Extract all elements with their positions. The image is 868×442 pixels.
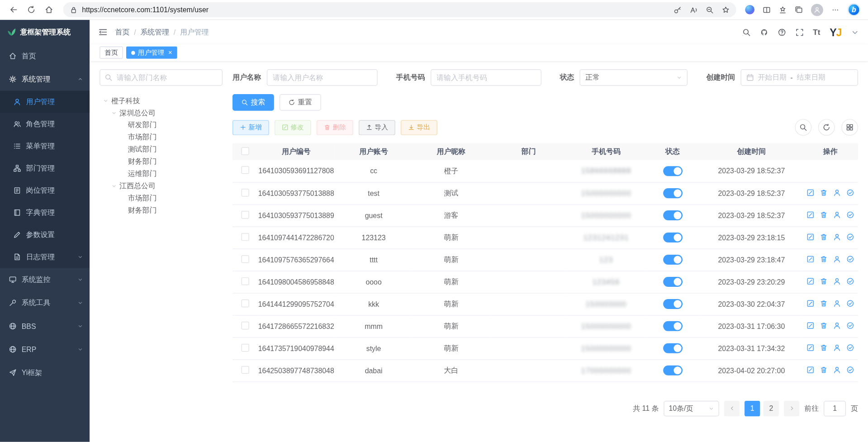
address-bar[interactable]: https://ccnetcore.com:1101/system/user <box>63 2 736 17</box>
column-settings-button[interactable] <box>841 119 858 136</box>
goto-page-input[interactable] <box>824 400 846 416</box>
tree-node[interactable]: 运维部门 <box>100 168 223 180</box>
tree-node[interactable]: 江西总公司 <box>100 180 223 192</box>
next-page-button[interactable] <box>784 400 799 416</box>
copilot-icon[interactable] <box>745 5 754 14</box>
edit-row-button[interactable] <box>806 343 814 351</box>
row-checkbox[interactable] <box>241 277 249 285</box>
reset-password-button[interactable] <box>833 366 841 373</box>
sidebar-subitem-user[interactable]: 用户管理 <box>0 91 90 113</box>
sidebar-subitem-menu[interactable]: 菜单管理 <box>0 135 90 157</box>
import-button[interactable]: 导入 <box>359 120 395 135</box>
user-logo[interactable]: YJ <box>830 27 841 37</box>
tree-node[interactable]: 深圳总公司 <box>100 107 223 119</box>
delete-button[interactable]: 删除 <box>317 120 353 135</box>
fullscreen-icon[interactable] <box>795 28 803 36</box>
username-input[interactable] <box>267 69 378 86</box>
authorize-button[interactable] <box>846 366 854 373</box>
delete-row-button[interactable] <box>820 366 828 373</box>
sidebar-item-erp[interactable]: ERP <box>0 338 90 361</box>
row-checkbox[interactable] <box>241 166 249 174</box>
reset-password-button[interactable] <box>833 211 841 219</box>
tab-0[interactable]: 首页 <box>100 47 123 59</box>
delete-row-button[interactable] <box>820 189 828 196</box>
status-toggle[interactable] <box>663 343 683 353</box>
reset-password-button[interactable] <box>833 277 841 285</box>
sidebar-subitem-param[interactable]: 参数设置 <box>0 223 90 246</box>
row-checkbox[interactable] <box>241 321 249 329</box>
authorize-button[interactable] <box>846 233 854 241</box>
favorites-star-icon[interactable] <box>722 6 730 14</box>
edit-row-button[interactable] <box>806 299 814 307</box>
status-toggle[interactable] <box>663 188 683 198</box>
browser-menu-icon[interactable] <box>831 6 839 14</box>
row-checkbox[interactable] <box>241 211 249 219</box>
status-toggle[interactable] <box>663 166 683 176</box>
status-toggle[interactable] <box>663 366 683 375</box>
authorize-button[interactable] <box>846 299 854 307</box>
edit-row-button[interactable] <box>806 366 814 373</box>
sidebar-subitem-dict[interactable]: 字典管理 <box>0 201 90 223</box>
help-icon[interactable] <box>778 28 786 36</box>
edit-row-button[interactable] <box>806 233 814 241</box>
sidebar-item-yi[interactable]: Yi框架 <box>0 361 90 384</box>
edit-row-button[interactable] <box>806 321 814 329</box>
authorize-button[interactable] <box>846 255 854 263</box>
toggle-search-button[interactable] <box>795 119 811 136</box>
page-button-1[interactable]: 1 <box>745 400 760 416</box>
header-search-icon[interactable] <box>742 28 750 36</box>
font-size-icon[interactable]: Tt <box>813 28 820 37</box>
sidebar-item-bbs[interactable]: BBS <box>0 314 90 337</box>
reset-password-button[interactable] <box>833 343 841 351</box>
favorites-list-icon[interactable] <box>779 6 787 14</box>
add-button[interactable]: 新增 <box>232 120 269 135</box>
edit-button[interactable]: 修改 <box>275 120 311 135</box>
row-checkbox[interactable] <box>241 343 249 351</box>
delete-row-button[interactable] <box>820 343 828 351</box>
row-checkbox[interactable] <box>241 299 249 307</box>
reset-button[interactable]: 重置 <box>280 94 321 111</box>
delete-row-button[interactable] <box>820 321 828 329</box>
delete-row-button[interactable] <box>820 299 828 307</box>
delete-row-button[interactable] <box>820 233 828 241</box>
breadcrumb-item[interactable]: 系统管理 <box>140 27 169 37</box>
sidebar-subitem-role[interactable]: 角色管理 <box>0 113 90 135</box>
export-button[interactable]: 导出 <box>401 120 437 135</box>
dept-search-input[interactable] <box>100 69 223 86</box>
browser-reload-icon[interactable] <box>23 2 38 17</box>
password-manager-icon[interactable] <box>674 6 681 14</box>
authorize-button[interactable] <box>846 277 854 285</box>
browser-back-icon[interactable] <box>5 2 21 17</box>
authorize-button[interactable] <box>846 189 854 196</box>
zoom-icon[interactable] <box>706 6 713 14</box>
browser-home-icon[interactable] <box>41 2 57 17</box>
status-select[interactable]: 正常 <box>580 69 688 86</box>
reset-password-button[interactable] <box>833 233 841 241</box>
user-menu-caret-icon[interactable] <box>851 28 859 36</box>
reset-password-button[interactable] <box>833 299 841 307</box>
status-toggle[interactable] <box>663 277 683 287</box>
edit-row-button[interactable] <box>806 277 814 285</box>
row-checkbox[interactable] <box>241 366 249 373</box>
authorize-button[interactable] <box>846 321 854 329</box>
sidebar-item-home[interactable]: 首页 <box>0 44 90 67</box>
tree-node[interactable]: 测试部门 <box>100 143 223 156</box>
delete-row-button[interactable] <box>820 255 828 263</box>
phone-input[interactable] <box>431 69 541 86</box>
reset-password-button[interactable] <box>833 255 841 263</box>
tree-node[interactable]: 市场部门 <box>100 192 223 204</box>
sidebar-item-system[interactable]: 系统管理 <box>0 67 90 90</box>
collections-icon[interactable] <box>795 6 802 14</box>
search-button[interactable]: 搜索 <box>232 94 274 111</box>
tab-1[interactable]: 用户管理× <box>126 47 177 59</box>
prev-page-button[interactable] <box>724 400 740 416</box>
split-screen-icon[interactable] <box>763 6 770 14</box>
tab-close-icon[interactable]: × <box>168 49 172 57</box>
sidebar-subitem-post[interactable]: 岗位管理 <box>0 180 90 202</box>
select-all-checkbox[interactable] <box>241 147 249 155</box>
sidebar-item-tools[interactable]: 系统工具 <box>0 291 90 314</box>
row-checkbox[interactable] <box>241 255 249 263</box>
status-toggle[interactable] <box>663 321 683 331</box>
tree-node[interactable]: 财务部门 <box>100 204 223 217</box>
tree-node[interactable]: 财务部门 <box>100 156 223 168</box>
